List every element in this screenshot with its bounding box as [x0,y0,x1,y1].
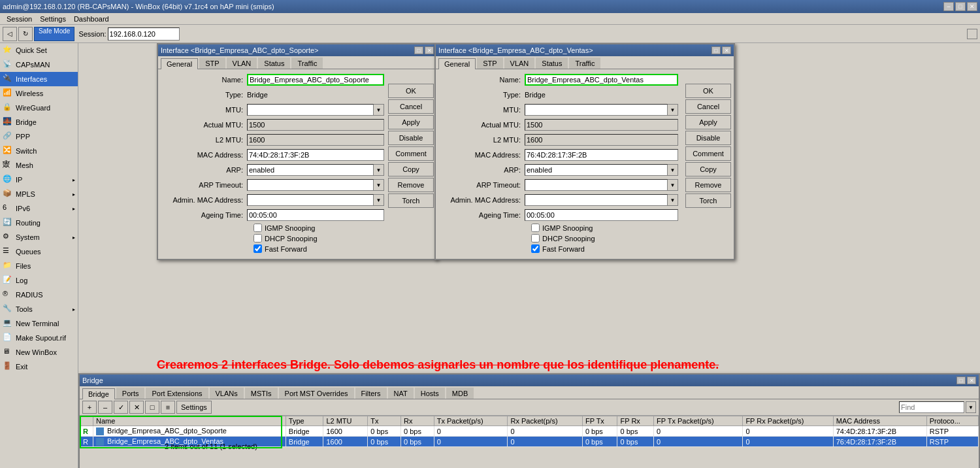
dialog2-actual-mtu-input[interactable] [525,119,678,131]
dialog2-ageing-input[interactable] [525,209,678,221]
close-button[interactable]: ✕ [967,2,977,11]
dialog1-remove-button[interactable]: Remove [388,178,434,192]
dialog2-torch-button[interactable]: Torch [685,193,731,208]
dialog1-titlebar[interactable]: Interface <Bridge_Empresa_ABC_dpto_Sopor… [158,44,436,56]
sidebar-item-files[interactable]: 📁 Files [0,259,78,273]
bridge-restore-btn[interactable]: □ [956,376,966,384]
dialog2-cancel-button[interactable]: Cancel [685,99,731,114]
dialog2-mac-input[interactable] [525,149,678,161]
sidebar-item-make-supout[interactable]: 📄 Make Supout.rif [0,331,78,345]
table-row[interactable]: R Bridge_Empresa_ABC_dpto_Soporte Bridge… [80,426,979,437]
bridge-find-arrow[interactable]: ▼ [966,401,976,413]
dialog2-mtu-arrow[interactable]: ▼ [668,104,678,116]
dialog1-igmp-checkbox[interactable] [253,224,262,232]
dialog1-restore-btn[interactable]: □ [414,46,423,54]
dialog2-apply-button[interactable]: Apply [685,115,731,129]
dialog2-close-btn[interactable]: ✕ [722,46,731,54]
dialog2-tab-stp[interactable]: STP [477,58,502,69]
dialog1-mtu-arrow[interactable]: ▼ [374,104,384,116]
bridge-enable-btn[interactable]: ✓ [114,401,128,414]
dialog1-dhcp-checkbox[interactable] [253,234,262,242]
sidebar-item-wireless[interactable]: 📶 Wireless [0,86,78,101]
dialog1-ageing-input[interactable] [247,209,384,221]
bridge-copy-btn[interactable]: □ [145,401,159,414]
dialog2-tab-traffic[interactable]: Traffic [569,58,600,69]
bridge-settings-btn[interactable]: Settings [176,401,212,414]
dialog2-tab-vlan[interactable]: VLAN [504,58,535,69]
dialog1-admin-mac-input[interactable] [247,194,374,206]
dialog2-titlebar[interactable]: Interface <Bridge_Empresa_ABC_dpto_Venta… [436,44,734,56]
bridge-tab-ports[interactable]: Ports [116,388,145,399]
bridge-tab-vlans[interactable]: VLANs [210,388,244,399]
bridge-tab-port-extensions[interactable]: Port Extensions [146,388,208,399]
dialog2-comment-button[interactable]: Comment [685,146,731,161]
sidebar-item-new-winbox[interactable]: 🖥 New WinBox [0,345,78,359]
dialog1-mac-input[interactable] [247,149,384,161]
session-input[interactable] [108,27,180,41]
dialog2-remove-button[interactable]: Remove [685,178,731,192]
dialog2-disable-button[interactable]: Disable [685,131,731,145]
dialog1-close-btn[interactable]: ✕ [425,46,434,54]
dialog2-admin-mac-input[interactable] [525,194,668,206]
dialog1-torch-button[interactable]: Torch [388,193,434,208]
sidebar-item-new-terminal[interactable]: 💻 New Terminal [0,316,78,331]
sidebar-item-log[interactable]: 📝 Log [0,273,78,288]
dialog2-dhcp-checkbox[interactable] [531,234,540,242]
dialog2-tab-general[interactable]: General [438,58,476,69]
bridge-remove-btn[interactable]: – [98,401,112,414]
dialog2-arp-timeout-input[interactable] [525,179,668,191]
dialog1-name-input[interactable] [247,74,384,86]
dialog1-arp-input[interactable] [247,164,374,176]
sidebar-item-tools[interactable]: 🔧 Tools ▸ [0,302,78,316]
sidebar-item-wireguard[interactable]: 🔒 WireGuard [0,101,78,115]
bridge-find-input[interactable] [899,401,964,413]
bridge-tab-port-mst-overrides[interactable]: Port MST Overrides [279,388,354,399]
dialog1-comment-button[interactable]: Comment [388,146,434,161]
sidebar-item-ipv6[interactable]: 6 IPv6 ▸ [0,201,78,216]
dialog1-tab-vlan[interactable]: VLAN [227,58,257,69]
maximize-button[interactable]: □ [955,2,966,11]
sidebar-item-switch[interactable]: 🔀 Switch [0,144,78,158]
bridge-filter-btn[interactable]: ≡ [161,401,175,414]
menu-settings[interactable]: Settings [36,15,70,23]
dialog2-arp-timeout-arrow[interactable]: ▼ [668,179,678,191]
dialog1-fast-forward-checkbox[interactable] [253,244,262,253]
dialog1-tab-traffic[interactable]: Traffic [291,58,323,69]
bridge-tab-hosts[interactable]: Hosts [415,388,445,399]
dialog2-admin-mac-arrow[interactable]: ▼ [668,194,678,206]
dialog2-fast-forward-checkbox[interactable] [531,244,540,253]
dialog1-apply-button[interactable]: Apply [388,115,434,129]
dialog1-cancel-button[interactable]: Cancel [388,99,434,114]
bridge-tab-filters[interactable]: Filters [355,388,387,399]
menu-session[interactable]: Session [3,15,36,23]
bridge-disable-btn[interactable]: ✕ [129,401,144,414]
dialog1-tab-stp[interactable]: STP [199,58,225,69]
sidebar-item-capsman[interactable]: 📡 CAPsMAN [0,58,78,72]
dialog1-l2mtu-input[interactable] [247,134,384,146]
dialog2-ok-button[interactable]: OK [685,84,731,98]
sidebar-item-bridge[interactable]: 🌉 Bridge [0,115,78,129]
bridge-tab-nat[interactable]: NAT [388,388,414,399]
dialog1-actual-mtu-input[interactable] [247,119,384,131]
dialog2-tab-status[interactable]: Status [536,58,568,69]
dialog2-igmp-checkbox[interactable] [531,224,540,232]
bridge-tab-mdb[interactable]: MDB [446,388,474,399]
sidebar-item-system[interactable]: ⚙ System ▸ [0,230,78,244]
refresh-button[interactable]: ↻ [18,27,33,41]
dialog1-copy-button[interactable]: Copy [388,162,434,176]
sidebar-item-routing[interactable]: 🔄 Routing [0,216,78,230]
sidebar-item-quick-set[interactable]: ⭐ Quick Set [0,43,78,58]
dialog2-copy-button[interactable]: Copy [685,162,731,176]
back-button[interactable]: ◁ [3,27,17,41]
bridge-tab-bridge[interactable]: Bridge [82,388,115,399]
dialog1-disable-button[interactable]: Disable [388,131,434,145]
dialog1-tab-status[interactable]: Status [258,58,290,69]
menu-dashboard[interactable]: Dashboard [70,15,113,23]
dialog1-ok-button[interactable]: OK [388,84,434,98]
dialog2-name-input[interactable] [525,74,678,86]
bridge-tab-mstis[interactable]: MSTIs [245,388,278,399]
bridge-add-btn[interactable]: + [82,401,97,414]
safe-mode-button[interactable]: Safe Mode [34,27,74,41]
dialog1-arp-timeout-input[interactable] [247,179,374,191]
sidebar-item-radius[interactable]: ® RADIUS [0,288,78,302]
